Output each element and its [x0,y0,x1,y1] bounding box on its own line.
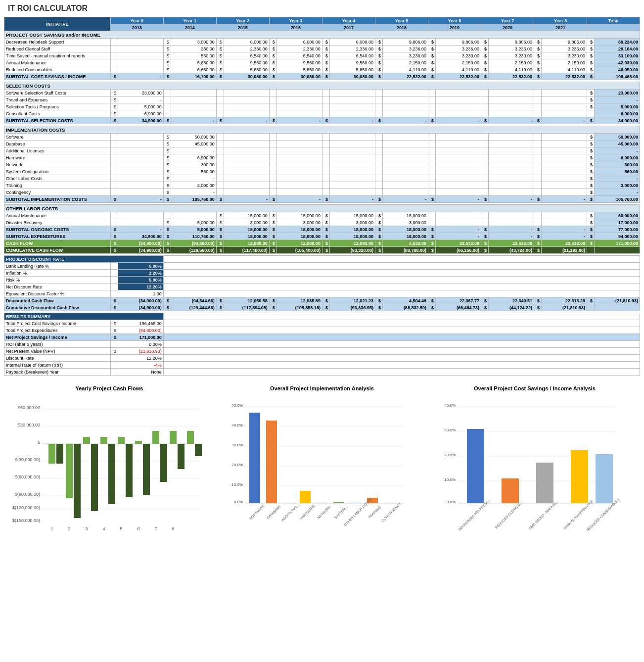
subyr5: 2018 [375,24,428,31]
col-yr6: Year 6 [428,17,481,24]
svg-rect-88 [571,450,588,503]
svg-rect-57 [249,413,260,503]
col-yr4: Year 4 [322,17,375,24]
page-title: IT ROI CALCULATOR [0,0,644,17]
subtotal-impl: SUBTOTAL IMPLEMENTATION COSTS $- $105,76… [4,196,640,203]
svg-text:20.0%: 20.0% [444,453,456,457]
row-seltools: Selection Tools / Programs $5,000.00 $5,… [4,103,640,110]
svg-rect-60 [300,491,311,503]
svg-rect-63 [350,503,361,503]
row-consumables: Reduced Consumables $6,660.00 $5,650.00 … [4,66,640,73]
col-yr5: Year 5 [375,17,428,24]
svg-rect-29 [143,444,150,495]
svg-rect-21 [152,431,159,444]
svg-rect-20 [135,441,142,444]
row-hardware: Hardware $6,900.00 $6,900.00 [4,154,640,161]
row-totalcostsavings: Total Project Cost Savings / Income $196… [4,320,640,327]
subyr8: 2021 [534,24,587,31]
subyr1: 2014 [163,24,216,31]
roi-table: INITIATIVE Year 0 Year 1 Year 2 Year 3 Y… [4,17,640,376]
svg-rect-89 [596,454,613,503]
svg-rect-65 [384,503,395,503]
svg-text:$(90,000.00): $(90,000.00) [15,492,40,497]
svg-text:4: 4 [102,526,105,531]
svg-rect-27 [108,444,115,504]
svg-rect-32 [195,444,202,456]
subyr-total [587,24,640,31]
svg-text:50.0%: 50.0% [231,403,243,408]
subyr3: 2016 [269,24,322,31]
row-payback: Payback (Breakeven) Year None [4,369,640,376]
col-total: Total [587,17,640,24]
cashflow-chart-title: Yearly Project Cash Flows [8,385,211,391]
row-cumcashflow: CUMULATIVE CASH FLOW $(34,900.00) $(129,… [4,247,640,254]
row-training: Training $3,000.00 $3,000.00 [4,182,640,189]
subtotal-cost-savings: SUBTOTAL COST SAVINGS / INCOME $- $16,10… [4,73,640,80]
row-clerical: Reduced Clerical Staff $230.00 $2,330.00… [4,46,640,52]
charts-area: Yearly Project Cash Flows $60,000.00 $30… [0,380,644,539]
section-selection: SELECTION COSTS [4,82,640,90]
row-netsavings: Net Project Savings / Income $171,000.00 [4,334,640,341]
svg-rect-85 [467,429,484,503]
svg-text:SYSTEM...: SYSTEM... [334,505,348,519]
subtotal-selection: SUBTOTAL SELECTION COSTS $34,900.00 $- $… [4,117,640,124]
svg-text:ADDITIONAL...: ADDITIONAL... [281,503,300,522]
svg-rect-17 [83,437,90,444]
section-results: RESULTS SUMMARY [4,313,640,320]
row-otherlabor: Other Labor Costs $- $- [4,175,640,182]
subyr2: 2015 [216,24,269,31]
row-eqvdiscount: Equivalent Discount Factor % 1.00 [4,290,640,297]
svg-text:OTHER LABOR COSTS: OTHER LABOR COSTS [343,498,372,527]
svg-rect-59 [283,503,294,503]
svg-rect-19 [118,437,125,444]
cashflow-chart: Yearly Project Cash Flows $60,000.00 $30… [8,385,211,534]
svg-rect-31 [178,444,184,469]
svg-rect-61 [317,503,327,503]
svg-rect-25 [74,444,81,518]
svg-rect-24 [56,444,63,464]
svg-rect-62 [333,502,344,503]
impl-chart: Overall Project Implementation Analysis … [221,385,423,534]
col-yr8: Year 8 [534,17,587,24]
impl-chart-svg: 50.0% 40.0% 30.0% 20.0% 10.0% 0.0% [221,394,409,533]
row-software: Software $50,000.00 $50,000.00 [4,134,640,141]
row-banklending: Bank Lending Rate % 5.00% [4,263,640,270]
subtotal-expenditures: SUBTOTAL EXPENDITURES $34,900.00 $110,76… [4,233,640,240]
row-netdiscount: Net Discount Rate 12.20% [4,284,640,290]
svg-rect-30 [160,444,167,482]
svg-text:3: 3 [85,526,88,531]
svg-text:$: $ [38,440,40,445]
svg-text:20.0%: 20.0% [231,463,243,467]
row-totalexpenditures: Total Project Expenditures $(94,000.00) [4,327,640,334]
subyr0: 2013 [110,24,163,31]
row-timesaved: Time Saved - manual creation of reports … [4,52,640,59]
row-cumdiscountedcf: Cumulative Discounted Cash Flow $(34,900… [4,304,640,311]
svg-text:30.0%: 30.0% [231,443,243,447]
row-npv: Net Present Value (NPV) $(21,810.93) [4,348,640,355]
svg-rect-58 [266,421,277,503]
svg-text:REDUCED CLERICAL...: REDUCED CLERICAL... [495,500,524,529]
section-cost-savings: PROJECT COST SAVINGS and/or INCOME [4,31,640,39]
row-inflation: Inflation % 2.20% [4,270,640,277]
svg-rect-15 [48,444,55,464]
svg-text:2: 2 [68,526,70,531]
svg-text:5: 5 [120,526,122,531]
row-discountedcf: Discounted Cash Flow $(34,900.00) $(94,5… [4,297,640,304]
svg-text:$(60,000.00): $(60,000.00) [15,474,40,479]
svg-text:0.0%: 0.0% [234,500,243,504]
row-roi: ROI (after 5 years) 0.00% [4,341,640,348]
row-consultant: Consultant Costs $6,900.00 6,900.00 [4,110,640,117]
svg-text:30.0%: 30.0% [444,428,456,432]
row-annmaint-labor: Annual Maintenance $15,000.00 $15,000.00… [4,212,640,219]
section-other-labor: OTHER LABOR COSTS [4,205,640,212]
row-cashflow: CASH FLOW $(34,900.00) $(94,660.00) $12,… [4,240,640,247]
svg-text:DATABASE: DATABASE [266,505,281,520]
svg-rect-18 [100,437,107,444]
col-initiative: INITIATIVE [4,17,111,31]
subtotal-ongoing: SUBTOTAL ONGOING COSTS $- $5,000.00 $18,… [4,226,640,233]
svg-text:0.0%: 0.0% [447,500,456,504]
savings-chart-title: Overall Project Cost Savings / Income An… [433,385,636,391]
row-swstaff: Software Selection Staff Costs $23,000.0… [4,90,640,96]
row-risk: Risk % 5.00% [4,277,640,284]
svg-rect-16 [66,444,73,498]
